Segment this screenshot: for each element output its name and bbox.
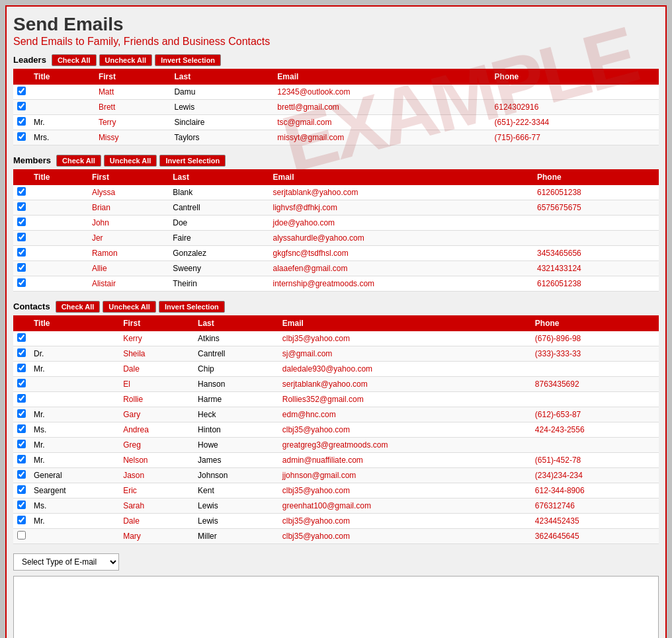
row-email: admin@nuaffiliate.com (278, 452, 531, 467)
email-type-select[interactable]: Select Type of E-mailPersonalBusinessNew… (13, 553, 119, 571)
row-checkbox[interactable] (17, 440, 26, 448)
row-checkbox-cell[interactable] (13, 130, 30, 145)
page-title: Send Emails (13, 13, 659, 36)
row-checkbox[interactable] (17, 117, 26, 126)
table-row: Ms. Sarah Lewis greenhat100@gmail.com 67… (13, 498, 659, 513)
row-checkbox-cell[interactable] (13, 346, 30, 361)
leaders-col-title: Title (30, 69, 95, 85)
row-checkbox-cell[interactable] (13, 391, 30, 407)
row-checkbox[interactable] (17, 102, 26, 110)
row-checkbox[interactable] (17, 132, 26, 141)
members-col-phone: Phone (533, 169, 659, 185)
leaders-col-email: Email (273, 69, 490, 85)
row-checkbox-cell[interactable] (13, 276, 30, 291)
row-email: gkgfsnc@tsdfhsl.com (269, 245, 533, 260)
row-title: Mr. (30, 361, 119, 376)
row-checkbox[interactable] (17, 218, 26, 226)
leaders-uncheck-all-button[interactable]: Uncheck All (99, 54, 153, 66)
leaders-invert-button[interactable]: Invert Selection (155, 54, 221, 66)
row-email: serjtablank@yahoo.com (269, 185, 533, 200)
row-phone: 612-344-8906 (531, 483, 659, 498)
row-checkbox-cell[interactable] (13, 452, 30, 467)
members-uncheck-all-button[interactable]: Uncheck All (104, 155, 157, 167)
row-checkbox-cell[interactable] (13, 185, 30, 200)
row-checkbox-cell[interactable] (13, 85, 30, 100)
row-checkbox[interactable] (17, 233, 26, 241)
contacts-invert-button[interactable]: Invert Selection (159, 301, 225, 313)
contacts-check-all-button[interactable]: Check All (56, 301, 101, 313)
row-checkbox[interactable] (17, 470, 26, 479)
members-check-all-button[interactable]: Check All (56, 155, 101, 167)
row-checkbox-cell[interactable] (13, 260, 30, 276)
row-checkbox-cell[interactable] (13, 331, 30, 346)
row-checkbox-cell[interactable] (13, 498, 30, 513)
contacts-header: Contacts Check All Uncheck All Invert Se… (13, 301, 659, 313)
row-checkbox-cell[interactable] (13, 99, 30, 114)
row-checkbox[interactable] (17, 263, 26, 272)
row-first: Rollie (119, 391, 194, 407)
row-checkbox-cell[interactable] (13, 467, 30, 483)
row-checkbox-cell[interactable] (13, 422, 30, 437)
contacts-col-title: Title (30, 315, 119, 331)
row-checkbox-cell[interactable] (13, 200, 30, 215)
row-checkbox[interactable] (17, 202, 26, 211)
members-invert-button[interactable]: Invert Selection (159, 155, 226, 167)
row-checkbox[interactable] (17, 364, 26, 372)
table-row: Ramon Gonzalez gkgfsnc@tsdfhsl.com 34534… (13, 245, 659, 260)
row-email: greenhat100@gmail.com (278, 498, 531, 513)
row-checkbox-cell[interactable] (13, 245, 30, 260)
row-checkbox[interactable] (17, 333, 26, 342)
leaders-label: Leaders (13, 55, 46, 65)
row-checkbox[interactable] (17, 248, 26, 257)
row-checkbox[interactable] (17, 348, 26, 357)
row-checkbox-cell[interactable] (13, 483, 30, 498)
table-row: Mr. Terry Sinclaire tsc@gmail.com (651)-… (13, 114, 659, 130)
table-row: Brian Cantrell lighvsf@dfhkj.com 6575675… (13, 200, 659, 215)
row-first: Missy (95, 130, 171, 145)
row-first: Sheila (119, 346, 194, 361)
row-title (30, 230, 88, 245)
row-checkbox[interactable] (17, 424, 26, 433)
row-checkbox-cell[interactable] (13, 114, 30, 130)
row-first: Alistair (88, 276, 169, 291)
row-checkbox-cell[interactable] (13, 215, 30, 230)
row-email: clbj35@yahoo.com (278, 422, 531, 437)
row-phone: (715)-666-77 (491, 130, 659, 145)
contacts-uncheck-all-button[interactable]: Uncheck All (103, 301, 156, 313)
row-checkbox[interactable] (17, 409, 26, 418)
row-checkbox[interactable] (17, 516, 26, 524)
members-col-first: First (88, 169, 169, 185)
row-checkbox-cell[interactable] (13, 361, 30, 376)
row-phone: 6124302916 (491, 99, 659, 114)
row-checkbox-cell[interactable] (13, 528, 30, 543)
email-body-textarea[interactable] (13, 576, 659, 638)
row-checkbox[interactable] (17, 379, 26, 387)
row-checkbox-cell[interactable] (13, 513, 30, 528)
row-checkbox-cell[interactable] (13, 376, 30, 391)
row-title: Ms. (30, 498, 119, 513)
leaders-check-all-button[interactable]: Check All (52, 54, 97, 66)
row-first: Jer (88, 230, 169, 245)
row-last: Cantrell (169, 200, 269, 215)
row-first: Dale (119, 513, 194, 528)
row-checkbox[interactable] (17, 531, 26, 539)
row-checkbox[interactable] (17, 187, 26, 196)
table-row: Mr. Dale Chip daledale930@yahoo.com (13, 361, 659, 376)
row-title: Mr. (30, 114, 95, 130)
row-checkbox[interactable] (17, 87, 26, 95)
row-checkbox[interactable] (17, 485, 26, 494)
row-email: alaaefen@gmail.com (269, 260, 533, 276)
row-checkbox[interactable] (17, 394, 26, 403)
row-checkbox[interactable] (17, 500, 26, 509)
row-checkbox[interactable] (17, 455, 26, 463)
row-email: alyssahurdle@yahoo.com (269, 230, 533, 245)
main-container: EXAMPLE Send Emails Send Emails to Famil… (5, 5, 667, 638)
row-last: Lewis (194, 498, 278, 513)
row-checkbox-cell[interactable] (13, 230, 30, 245)
row-checkbox-cell[interactable] (13, 437, 30, 452)
row-phone: 4321433124 (533, 260, 659, 276)
row-checkbox[interactable] (17, 278, 26, 287)
row-checkbox-cell[interactable] (13, 407, 30, 422)
row-title (30, 200, 88, 215)
row-last: Lewis (194, 513, 278, 528)
